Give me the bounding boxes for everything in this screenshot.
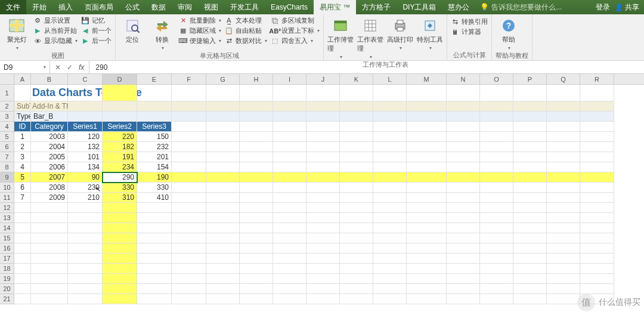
cell-M1[interactable] — [407, 85, 447, 101]
cell-L3[interactable] — [373, 112, 407, 122]
cell-C19[interactable] — [68, 274, 103, 284]
cell-A7[interactable]: 3 — [14, 152, 31, 162]
tab-pagelayout[interactable]: 页面布局 — [79, 0, 119, 14]
cell-G11[interactable] — [206, 193, 240, 203]
cell-R10[interactable] — [580, 183, 614, 193]
cell-P18[interactable] — [513, 264, 547, 274]
cell-I9[interactable] — [273, 172, 306, 183]
cell-B7[interactable]: 2005 — [31, 152, 68, 162]
worksheet-mgr-button[interactable]: 工作表管理▾ — [357, 16, 383, 60]
cell-O15[interactable] — [480, 233, 513, 243]
cell-H18[interactable] — [240, 264, 273, 274]
cell-P7[interactable] — [513, 152, 547, 162]
cell-F10[interactable] — [172, 183, 206, 193]
cell-C21[interactable] — [68, 294, 103, 304]
cell-K16[interactable] — [340, 243, 373, 254]
cell-B6[interactable]: 2004 — [31, 142, 68, 152]
col-header-C[interactable]: C — [68, 74, 103, 84]
cell-Q1[interactable] — [547, 85, 580, 101]
cell-J12[interactable] — [306, 203, 340, 213]
cell-L9[interactable] — [373, 172, 407, 183]
cell-Q11[interactable] — [547, 193, 580, 203]
cell-G1[interactable] — [206, 85, 240, 101]
cell-M12[interactable] — [407, 203, 447, 213]
row-header-6[interactable]: 6 — [0, 142, 14, 152]
cell-B15[interactable] — [31, 233, 68, 243]
cell-C7[interactable]: 101 — [68, 152, 103, 162]
spotlight-button[interactable]: 聚光灯 ▾ — [4, 16, 30, 51]
cell-C14[interactable] — [68, 223, 103, 233]
batch-delete-button[interactable]: ✕批量删除▾ — [179, 16, 221, 25]
cell-A17[interactable] — [14, 254, 31, 264]
cell-I10[interactable] — [273, 183, 306, 193]
cell-O3[interactable] — [480, 112, 513, 122]
spreadsheet-grid[interactable]: ABCDEFGHIJKLMNOPQR 1Data Charts Template… — [0, 74, 644, 304]
cell-R5[interactable] — [580, 132, 614, 142]
tab-easycharts[interactable]: EasyCharts — [265, 0, 314, 14]
cell-M15[interactable] — [407, 233, 447, 243]
cell-R18[interactable] — [580, 264, 614, 274]
cell-Q2[interactable] — [547, 101, 580, 112]
cell-D12[interactable] — [103, 203, 137, 213]
col-header-Q[interactable]: Q — [547, 74, 580, 84]
cell-P8[interactable] — [513, 162, 547, 172]
cell-P9[interactable] — [513, 172, 547, 183]
cell-F13[interactable] — [172, 213, 206, 223]
cell-G18[interactable] — [206, 264, 240, 274]
cell-M6[interactable] — [407, 142, 447, 152]
col-header-L[interactable]: L — [373, 74, 407, 84]
cell-L4[interactable] — [373, 122, 407, 132]
cell-G14[interactable] — [206, 223, 240, 233]
cell-D3[interactable] — [103, 112, 137, 122]
cell-R9[interactable] — [580, 172, 614, 183]
cell-G4[interactable] — [206, 122, 240, 132]
cell-H1[interactable] — [240, 85, 273, 101]
cell-A10[interactable]: 6 — [14, 183, 31, 193]
cell-D4[interactable]: Series2 — [103, 122, 137, 132]
cell-A21[interactable] — [14, 294, 31, 304]
cell-P4[interactable] — [513, 122, 547, 132]
cell-K19[interactable] — [340, 274, 373, 284]
cell-O1[interactable] — [480, 85, 513, 101]
cell-B2[interactable]: Add-In & The Template Designed By Fo — [31, 101, 68, 112]
next-button[interactable]: ▶后一个 — [81, 36, 112, 45]
cell-M16[interactable] — [407, 243, 447, 254]
cell-O16[interactable] — [480, 243, 513, 254]
cell-M9[interactable] — [407, 172, 447, 183]
cell-F11[interactable] — [172, 193, 206, 203]
cell-J11[interactable] — [306, 193, 340, 203]
cell-D6[interactable]: 182 — [103, 142, 137, 152]
cell-B19[interactable] — [31, 274, 68, 284]
row-header-21[interactable]: 21 — [0, 294, 14, 304]
cell-M21[interactable] — [407, 294, 447, 304]
row-header-10[interactable]: 10 — [0, 183, 14, 193]
cell-O8[interactable] — [480, 162, 513, 172]
cell-N7[interactable] — [447, 152, 480, 162]
row-header-3[interactable]: 3 — [0, 112, 14, 122]
cell-K1[interactable] — [340, 85, 373, 101]
row-header-14[interactable]: 14 — [0, 223, 14, 233]
cell-E19[interactable] — [137, 274, 172, 284]
col-header-A[interactable]: A — [14, 74, 31, 84]
cell-P20[interactable] — [513, 284, 547, 294]
cell-D19[interactable] — [103, 274, 137, 284]
cell-N4[interactable] — [447, 122, 480, 132]
help-button[interactable]: ?帮助▾ — [496, 16, 522, 51]
cell-Q8[interactable] — [547, 162, 580, 172]
round-button[interactable]: ⬚四舍五入▾ — [271, 36, 320, 45]
cell-O7[interactable] — [480, 152, 513, 162]
cell-C18[interactable] — [68, 264, 103, 274]
cell-J3[interactable] — [306, 112, 340, 122]
cell-K5[interactable] — [340, 132, 373, 142]
cell-I12[interactable] — [273, 203, 306, 213]
cell-C13[interactable] — [68, 213, 103, 223]
cell-D2[interactable] — [103, 101, 137, 112]
cell-L20[interactable] — [373, 284, 407, 294]
cell-N17[interactable] — [447, 254, 480, 264]
cell-P15[interactable] — [513, 233, 547, 243]
cell-A18[interactable] — [14, 264, 31, 274]
cell-E20[interactable] — [137, 284, 172, 294]
cell-E7[interactable]: 201 — [137, 152, 172, 162]
tab-file[interactable]: 文件 — [0, 0, 26, 14]
cell-Q6[interactable] — [547, 142, 580, 152]
